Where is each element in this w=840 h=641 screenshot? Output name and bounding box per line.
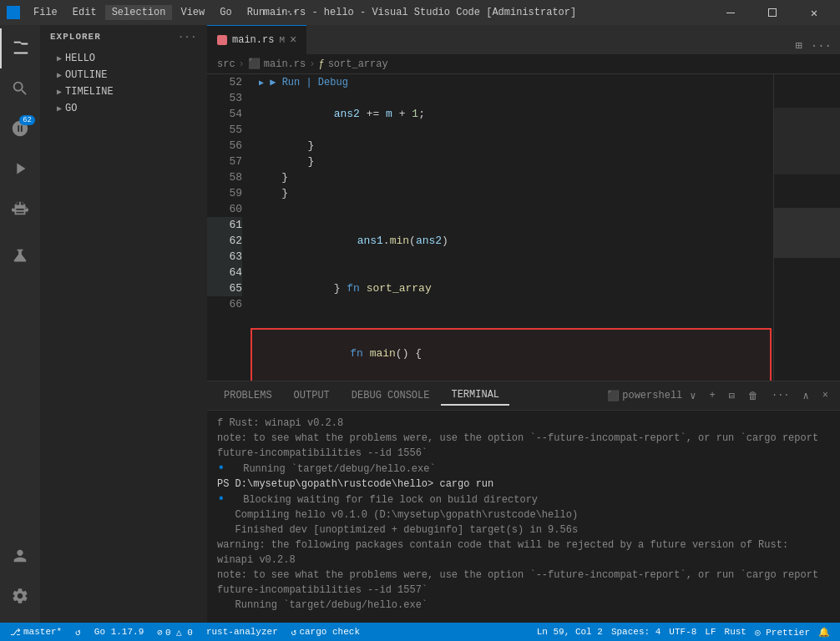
- code-line-58: ans1.min(ans2): [249, 217, 773, 265]
- activity-run-debug[interactable]: [0, 149, 40, 189]
- tab-terminal[interactable]: TERMINAL: [441, 386, 509, 406]
- terminal-line-4: PS D:\mysetup\gopath\rustcode\hello> car…: [217, 477, 830, 492]
- status-branch[interactable]: ⎇ master*: [7, 627, 65, 638]
- status-notifications[interactable]: 🔔: [815, 627, 833, 638]
- activity-extensions[interactable]: [0, 189, 40, 229]
- close-button[interactable]: ✕: [795, 0, 833, 25]
- tab-bar: main.rs M × ⊞ ···: [207, 25, 840, 54]
- activity-flask[interactable]: [0, 235, 40, 275]
- status-prettier[interactable]: ◎ Prettier: [751, 627, 813, 638]
- status-encoding[interactable]: UTF-8: [665, 627, 700, 638]
- breadcrumb-fn-icon: ƒ: [318, 58, 324, 70]
- highlighted-code-block: fn main() { let nums: Vec<i32> = vec![4,…: [250, 328, 772, 381]
- status-cursor-position[interactable]: Ln 59, Col 2: [534, 627, 606, 638]
- tab-problems[interactable]: PROBLEMS: [214, 386, 282, 405]
- split-editor-icon[interactable]: ⊞: [793, 37, 803, 54]
- breadcrumb-file[interactable]: main.rs: [264, 58, 306, 70]
- error-count: 0 △ 0: [165, 627, 193, 638]
- titlebar-left: File Edit Selection View Go Run ···: [7, 5, 305, 20]
- prettier-label: ◎ Prettier: [755, 627, 810, 638]
- vscode-icon: [7, 6, 20, 19]
- menu-go[interactable]: Go: [213, 5, 238, 20]
- activity-bar: 62: [0, 25, 40, 623]
- run-debug-bar[interactable]: ▶ ▶ Run | Debug: [249, 74, 773, 90]
- run-icon: ▶: [259, 78, 264, 88]
- sidebar-go-label: GO: [65, 103, 77, 114]
- menu-file[interactable]: File: [27, 5, 64, 20]
- terminal-line-8: warning: the following packages contain …: [217, 538, 830, 568]
- status-bar: ⎇ master* ↺ Go 1.17.9 ⊘ 0 △ 0 rust-analy…: [0, 623, 840, 641]
- arrow-icon: ▶: [57, 53, 62, 63]
- sidebar-timeline-label: TIMELINE: [65, 86, 114, 98]
- more-actions-icon[interactable]: ···: [809, 38, 833, 54]
- sidebar-item-timeline[interactable]: ▶ TIMELINE: [40, 83, 207, 100]
- status-cargo-check[interactable]: ↺ cargo check: [288, 627, 363, 638]
- status-language[interactable]: Rust: [721, 627, 750, 638]
- go-version-label: Go 1.17.9: [94, 627, 144, 637]
- sidebar: EXPLORER ··· ▶ HELLO ▶ OUTLINE ▶ TIMELIN…: [40, 25, 207, 623]
- tab-close-button[interactable]: ×: [290, 33, 296, 47]
- breadcrumb-fn[interactable]: sort_array: [328, 58, 388, 70]
- shell-dropdown[interactable]: ∨: [685, 388, 701, 404]
- terminal-shell-icon: ⬛: [607, 390, 620, 402]
- code-line-53: }: [249, 138, 773, 154]
- sidebar-item-outline[interactable]: ▶ OUTLINE: [40, 67, 207, 83]
- activity-account[interactable]: [0, 536, 40, 576]
- status-line-ending[interactable]: LF: [701, 627, 719, 638]
- status-right: Ln 59, Col 2 Spaces: 4 UTF-8 LF Rust ◎ P…: [534, 627, 833, 638]
- more-panel-button[interactable]: ···: [767, 388, 795, 403]
- arrow-icon: ▶: [57, 87, 62, 97]
- code-line-54: }: [249, 154, 773, 169]
- sync-icon: ↺: [75, 627, 81, 638]
- code-line-62: let nums: Vec<i32> = vec![4, 2, 0, 3, 1]…: [252, 377, 770, 381]
- window-title: main.rs - hello - Visual Studio Code [Ad…: [264, 7, 576, 18]
- editor-content[interactable]: 52 53 54 55 56 57 58 59 60 61 62 63 64 6…: [207, 74, 773, 381]
- tab-output[interactable]: OUTPUT: [284, 386, 340, 405]
- activity-search[interactable]: [0, 68, 40, 109]
- editor-area: main.rs M × ⊞ ··· src › ⬛ main.rs › ƒ so…: [207, 25, 840, 623]
- tab-debug-console[interactable]: DEBUG CONSOLE: [342, 386, 440, 405]
- code-line-57: [249, 201, 773, 217]
- activity-settings[interactable]: [0, 576, 40, 616]
- terminal-shell-label: ⬛ powershell ∨: [607, 388, 701, 404]
- tab-mainrs[interactable]: main.rs M ×: [207, 25, 306, 54]
- status-sync[interactable]: ↺: [72, 627, 84, 638]
- sidebar-item-go[interactable]: ▶ GO: [40, 100, 207, 117]
- activity-source-control[interactable]: 62: [0, 109, 40, 149]
- activity-explorer[interactable]: [0, 28, 40, 68]
- sidebar-item-hello[interactable]: ▶ HELLO: [40, 50, 207, 67]
- terminal-content[interactable]: f Rust: winapi v0.2.8 note: to see what …: [207, 411, 840, 623]
- add-terminal-button[interactable]: +: [705, 388, 721, 403]
- code-line-61: fn main() {: [252, 330, 770, 377]
- minimap: [773, 74, 840, 381]
- run-debug-label[interactable]: ▶ Run | Debug: [270, 77, 348, 88]
- code-line-55: }: [249, 169, 773, 185]
- window-controls: ✕: [711, 0, 833, 25]
- status-rust-analyzer[interactable]: rust-analyzer: [203, 627, 281, 637]
- maximize-button[interactable]: [753, 0, 792, 25]
- status-indentation[interactable]: Spaces: 4: [608, 627, 664, 638]
- sidebar-hello-label: HELLO: [65, 53, 95, 64]
- close-panel-button[interactable]: ×: [817, 388, 833, 403]
- indentation-label: Spaces: 4: [611, 627, 660, 637]
- svg-rect-1: [769, 9, 777, 17]
- sidebar-more-icon[interactable]: ···: [178, 32, 197, 42]
- code-editor: 52 53 54 55 56 57 58 59 60 61 62 63 64 6…: [207, 74, 840, 381]
- panel-tabs: PROBLEMS OUTPUT DEBUG CONSOLE TERMINAL ⬛…: [207, 381, 840, 411]
- code-lines[interactable]: ▶ ▶ Run | Debug ans2 += m + 1; } } } }: [249, 74, 773, 381]
- menu-edit[interactable]: Edit: [66, 5, 104, 20]
- kill-terminal-button[interactable]: 🗑: [743, 388, 763, 404]
- menu-view[interactable]: View: [174, 5, 211, 20]
- breadcrumb-src[interactable]: src: [217, 58, 235, 70]
- arrow-icon: ▶: [57, 103, 62, 114]
- status-errors[interactable]: ⊘ 0 △ 0: [154, 627, 196, 638]
- minimize-button[interactable]: [711, 0, 750, 25]
- maximize-panel-button[interactable]: ∧: [798, 388, 814, 404]
- status-go-version[interactable]: Go 1.17.9: [91, 627, 147, 637]
- split-terminal-button[interactable]: ⊟: [724, 388, 740, 404]
- menu-selection[interactable]: Selection: [105, 5, 173, 20]
- terminal-line-2: note: to see what the problems were, use…: [217, 431, 830, 461]
- language-label: Rust: [725, 627, 746, 637]
- modified-indicator: M: [279, 35, 285, 45]
- panel: PROBLEMS OUTPUT DEBUG CONSOLE TERMINAL ⬛…: [207, 381, 840, 623]
